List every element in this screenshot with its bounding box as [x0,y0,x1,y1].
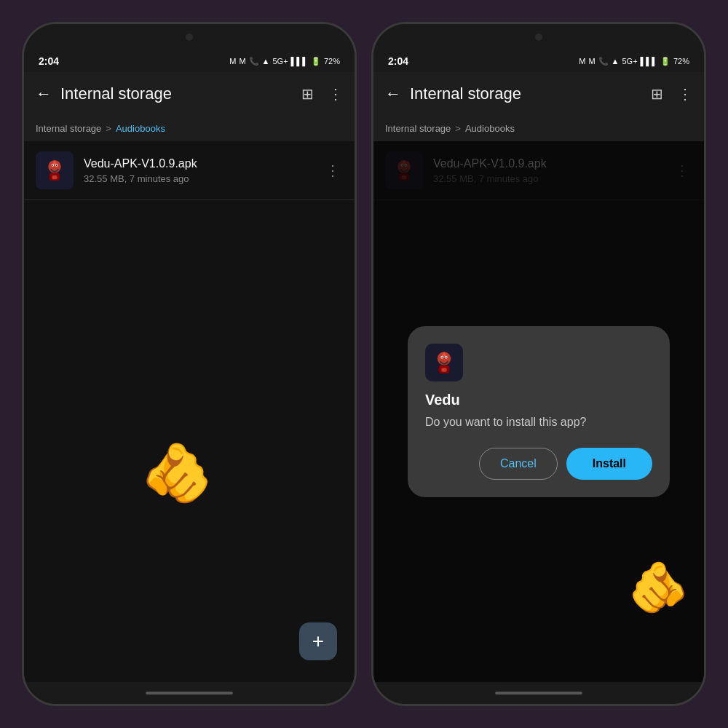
phone-1-grid-icon[interactable]: ⊞ [301,85,314,103]
phone-1: 2:04 M M 📞 ▲ 5G+ ▌▌▌ 🔋 72% ← Internal st… [22,22,357,706]
phone-1-file-app-icon [36,151,74,189]
breadcrumb-sep-2: > [455,123,461,134]
breadcrumb-sep-1: > [106,123,111,134]
battery-icon: 🔋 [311,57,321,66]
phone-1-bottom-bar [24,682,355,704]
phone-1-file-item[interactable]: Vedu-APK-V1.0.9.apk 32.55 MB, 7 minutes … [24,141,355,200]
phone-1-file-list: Vedu-APK-V1.0.9.apk 32.55 MB, 7 minutes … [24,141,355,682]
phone-1-status-icons: M M 📞 ▲ 5G+ ▌▌▌ 🔋 72% [229,57,340,66]
dialog-buttons: Cancel Install [425,448,652,480]
install-button[interactable]: Install [566,448,652,480]
phone-2-back-button[interactable]: ← [385,84,401,103]
breadcrumb-current-1[interactable]: Audiobooks [116,123,165,134]
phone-2-status-bar: 2:04 M M 📞 ▲ 5G+ ▌▌▌ 🔋 72% [373,50,704,72]
phone-1-fab[interactable]: + [299,622,337,660]
phone-2-bottom-bar [373,682,704,704]
svg-point-24 [446,357,447,358]
phone-1-app-header: ← Internal storage ⊞ ⋮ [24,72,355,116]
phone2-battery-pct: 72% [673,57,689,66]
signal-bars: ▌▌▌ [291,57,308,66]
phone-2-grid-icon[interactable]: ⊞ [651,85,663,103]
phone-1-file-menu[interactable]: ⋮ [323,159,343,182]
breadcrumb-current-2[interactable]: Audiobooks [465,123,515,134]
dialog-message: Do you want to install this app? [425,414,652,430]
dialog-app-name: Vedu [425,392,652,408]
dialog-app-icon [425,344,463,381]
battery-percent: 72% [324,57,340,66]
svg-rect-26 [441,368,446,372]
phone-1-fab-icon: + [312,631,324,652]
phone-1-breadcrumb: Internal storage > Audiobooks [24,116,355,141]
phone-2-status-icons: M M 📞 ▲ 5G+ ▌▌▌ 🔋 72% [579,57,689,66]
svg-point-5 [52,165,54,166]
phone-2-header-title: Internal storage [410,84,636,103]
cancel-button[interactable]: Cancel [479,448,558,480]
phone2-5g: 5G+ [622,57,637,66]
phone2-mail-2: M [588,57,595,66]
mail-icon-1: M [229,57,236,66]
camera-dot-2 [535,33,542,41]
phone-2-more-icon[interactable]: ⋮ [678,85,692,103]
install-dialog-overlay: Vedu Do you want to install this app? Ca… [373,141,704,682]
signal-label: 5G+ [272,57,288,66]
phone2-call: 📞 [598,57,609,66]
phone-2-file-list: Vedu-APK-V1.0.9.apk 32.55 MB, 7 minutes … [373,141,704,682]
phone2-wifi: ▲ [612,57,620,66]
camera-dot-1 [186,33,193,41]
install-dialog: Vedu Do you want to install this app? Ca… [408,326,670,497]
svg-point-23 [441,357,443,358]
phone-1-more-icon[interactable]: ⋮ [328,85,343,103]
mail-icon-2: M [239,57,245,66]
phone-2-notch [373,24,704,50]
phone-2-time: 2:04 [388,55,408,67]
vedu-svg-1 [39,155,70,186]
phone-2-home-bar [495,692,582,695]
phone-2-app-header: ← Internal storage ⊞ ⋮ [373,72,704,116]
phone-1-header-title: Internal storage [60,84,287,103]
phone-1-file-name: Vedu-APK-V1.0.9.apk [84,157,323,170]
phone-1-time: 2:04 [39,55,59,67]
phone-1-home-bar [146,692,233,695]
phone-1-back-button[interactable]: ← [36,84,52,103]
phone2-signal: ▌▌▌ [641,57,657,66]
phone-1-status-bar: 2:04 M M 📞 ▲ 5G+ ▌▌▌ 🔋 72% [24,50,355,72]
wifi-icon: ▲ [262,57,270,66]
call-icon: 📞 [249,57,259,66]
breadcrumb-root-2[interactable]: Internal storage [385,123,451,134]
dialog-vedu-svg [428,347,460,379]
phone-1-notch [24,24,355,50]
phone-2: 2:04 M M 📞 ▲ 5G+ ▌▌▌ 🔋 72% ← Internal st… [371,22,706,706]
breadcrumb-root-1[interactable]: Internal storage [36,123,101,134]
phone-1-file-info: Vedu-APK-V1.0.9.apk 32.55 MB, 7 minutes … [84,157,323,184]
svg-point-6 [56,165,58,166]
phone2-battery-icon: 🔋 [660,57,670,66]
phone2-mail-1: M [579,57,585,66]
svg-rect-8 [52,175,58,179]
phone-2-breadcrumb: Internal storage > Audiobooks [373,116,704,141]
phone-1-file-meta: 32.55 MB, 7 minutes ago [84,173,323,184]
